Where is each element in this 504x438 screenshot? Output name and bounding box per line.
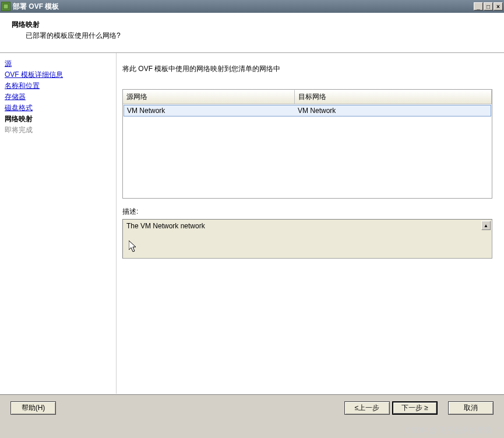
- sidebar-item-network-mapping: 网络映射: [5, 114, 111, 124]
- wizard-steps-sidebar: 源 OVF 模板详细信息 名称和位置 存储器 磁盘格式 网络映射 即将完成: [0, 53, 117, 394]
- cell-target-network[interactable]: VM Network: [295, 105, 491, 116]
- page-subtitle: 已部署的模板应使用什么网络?: [26, 31, 492, 41]
- description-text: The VM Network network: [126, 222, 205, 230]
- sidebar-item-storage[interactable]: 存储器: [5, 92, 111, 102]
- column-header-target[interactable]: 目标网络: [295, 90, 492, 104]
- help-button[interactable]: 帮助(H): [10, 401, 56, 415]
- description-box: The VM Network network ▲: [122, 219, 492, 259]
- description-label: 描述:: [122, 207, 492, 217]
- wizard-body: 源 OVF 模板详细信息 名称和位置 存储器 磁盘格式 网络映射 即将完成 将此…: [0, 53, 504, 394]
- sidebar-item-name-location[interactable]: 名称和位置: [5, 81, 111, 91]
- sidebar-item-disk-format[interactable]: 磁盘格式: [5, 103, 111, 113]
- column-header-source[interactable]: 源网络: [123, 90, 295, 104]
- main-panel: 将此 OVF 模板中使用的网络映射到您清单的网络中 源网络 目标网络 VM Ne…: [117, 53, 504, 394]
- window-controls: _ □ ×: [474, 2, 503, 10]
- sidebar-item-ready-complete: 即将完成: [5, 125, 111, 135]
- table-row[interactable]: VM Network VM Network: [124, 105, 491, 116]
- sidebar-item-source[interactable]: 源: [5, 59, 111, 69]
- scroll-up-icon[interactable]: ▲: [481, 221, 491, 230]
- wizard-footer: 帮助(H) ≤上一步 下一步 ≥ 取消: [0, 394, 504, 424]
- watermark: CSDN @ 飞不起来的肥猫゛: [406, 425, 499, 436]
- page-title: 网络映射: [12, 20, 492, 30]
- instruction-text: 将此 OVF 模板中使用的网络映射到您清单的网络中: [122, 64, 492, 74]
- table-header-row: 源网络 目标网络: [123, 90, 492, 104]
- wizard-header: 网络映射 已部署的模板应使用什么网络?: [0, 13, 504, 53]
- maximize-button[interactable]: □: [484, 2, 493, 10]
- titlebar: 部署 OVF 模板 _ □ ×: [0, 0, 504, 13]
- svg-rect-0: [3, 4, 8, 9]
- sidebar-item-ovf-details[interactable]: OVF 模板详细信息: [5, 70, 111, 80]
- cell-source-network: VM Network: [124, 105, 295, 116]
- back-button[interactable]: ≤上一步: [344, 401, 390, 415]
- close-button[interactable]: ×: [494, 2, 503, 10]
- network-mapping-table: 源网络 目标网络 VM Network VM Network: [122, 89, 492, 199]
- window-title: 部署 OVF 模板: [13, 2, 474, 12]
- minimize-button[interactable]: _: [474, 2, 483, 10]
- app-icon: [1, 2, 10, 11]
- cancel-button[interactable]: 取消: [448, 401, 494, 415]
- next-button[interactable]: 下一步 ≥: [392, 401, 438, 415]
